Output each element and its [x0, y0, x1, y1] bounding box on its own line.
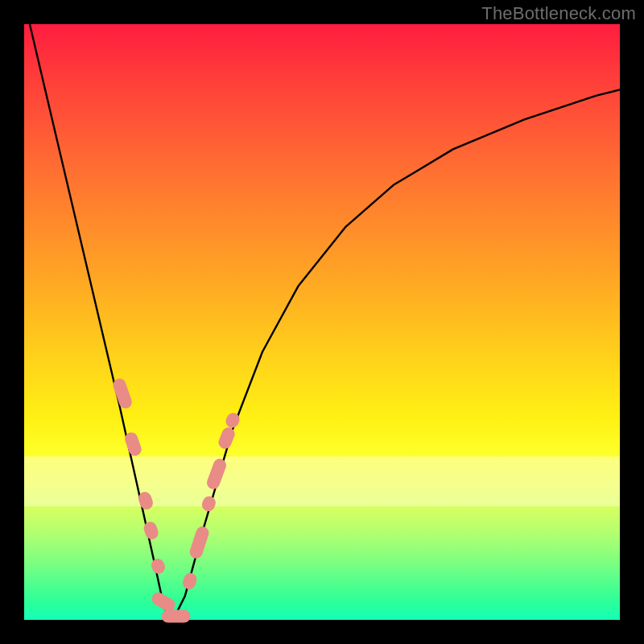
curve-layer — [0, 0, 644, 644]
data-marker — [111, 377, 134, 410]
data-marker — [205, 457, 228, 491]
data-marker — [217, 426, 237, 451]
data-marker — [200, 494, 217, 513]
bottleneck-curve — [24, 0, 620, 620]
data-marker — [181, 572, 199, 591]
data-marker — [188, 525, 211, 560]
chart-stage: TheBottleneck.com — [0, 0, 644, 644]
data-marker — [162, 610, 191, 623]
data-marker — [150, 557, 167, 576]
watermark-text: TheBottleneck.com — [481, 3, 636, 24]
